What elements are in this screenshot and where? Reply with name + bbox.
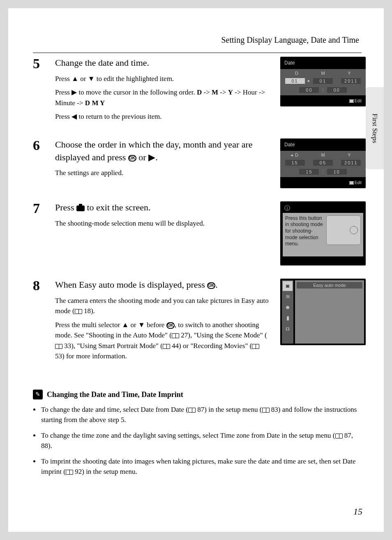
book-icon: [66, 470, 73, 475]
book-icon: [75, 309, 82, 314]
step-number: 8: [33, 279, 47, 365]
ok-icon: OK: [128, 155, 136, 162]
lcd-mode-menu: ◙ ≋ ☻ ▮ ◘ Easy auto mode: [280, 279, 366, 345]
note-pencil-icon: ✎: [33, 390, 43, 399]
step-5-title: Change the date and time.: [55, 57, 270, 69]
note-bullet-1: To change the date and time, select Date…: [40, 404, 366, 425]
down-icon: ▼: [138, 321, 145, 329]
step-5-line3: Press ◀ to return to the previous item.: [55, 111, 270, 122]
right-icon: ▶: [148, 152, 155, 162]
step-number: 7: [33, 201, 47, 265]
side-tab-label: First Steps: [371, 113, 379, 143]
lcd-info: ⓘ Press this button in shooting mode for…: [280, 201, 366, 265]
step-6: 6 Choose the order in which the day, mon…: [33, 138, 366, 188]
up-icon: ▲: [122, 321, 129, 329]
book-icon: [262, 408, 270, 413]
step-6-line1: The settings are applied.: [55, 168, 270, 178]
book-icon: [172, 333, 179, 338]
step-8-line1: The camera enters the shooting mode and …: [55, 295, 270, 316]
step-5: 5 Change the date and time. Press ▲ or ▼…: [33, 57, 366, 125]
book-icon: [335, 434, 343, 438]
step-8-line2: Press the multi selector ▲ or ▼ before O…: [55, 320, 270, 362]
step-6-title: Choose the order in which the day, month…: [55, 138, 270, 164]
note-title: Changing the Date and Time, Date Imprint: [47, 390, 183, 398]
right-icon: ▶: [71, 88, 77, 96]
mode-movie-icon: ▮: [283, 313, 293, 323]
step-7-line1: The shooting-mode selection menu will be…: [55, 218, 270, 229]
step-5-line2: Press ▶ to move the cursor in the follow…: [55, 87, 270, 108]
step-7-title: Press to exit the screen.: [55, 201, 270, 214]
step-number: 6: [33, 138, 47, 188]
up-icon: ▲: [71, 75, 78, 83]
step-7: 7 Press to exit the screen. The shooting…: [33, 201, 366, 265]
lcd-info-text: Press this button in shooting mode for s…: [285, 215, 325, 247]
page-number: 15: [353, 506, 362, 517]
book-icon: [188, 408, 196, 413]
step-5-line1: Press ▲ or ▼ to edit the highlighted ite…: [55, 74, 270, 84]
camera-illustration: [326, 215, 361, 245]
book-icon: [163, 344, 170, 349]
mode-label: Easy auto mode: [297, 282, 362, 288]
book-icon: [252, 344, 259, 349]
lcd-date-1: Date DMY 01▸012011 00:00 Edit: [280, 57, 366, 106]
down-icon: ▼: [88, 75, 95, 83]
lcd-date-2: Date ◂DMY 15052011 15:10 Edit: [280, 138, 366, 188]
edit-icon: [349, 181, 354, 185]
book-icon: [55, 344, 62, 349]
side-tab: First Steps: [366, 87, 384, 169]
info-icon: ⓘ: [283, 204, 363, 213]
left-icon: ◀: [71, 113, 77, 120]
mode-smart-portrait-icon: ☻: [283, 302, 293, 312]
note-bullet-3: To imprint the shooting date into images…: [40, 456, 366, 477]
mode-easy-auto-icon: ◙: [283, 281, 293, 291]
page-header: Setting Display Language, Date and Time: [221, 35, 359, 45]
mode-auto-icon: ◘: [283, 324, 293, 334]
step-8-title: When Easy auto mode is displayed, press …: [55, 279, 270, 291]
step-8: 8 When Easy auto mode is displayed, pres…: [33, 279, 366, 365]
step-number: 5: [33, 57, 47, 125]
ok-icon: OK: [207, 282, 215, 289]
note-bullet-2: To change the time zone and the daylight…: [40, 430, 366, 451]
edit-icon: [349, 99, 354, 103]
note-section: ✎ Changing the Date and Time, Date Impri…: [33, 390, 366, 477]
ok-icon: OK: [166, 322, 175, 329]
mode-scene-icon: ≋: [283, 292, 293, 302]
camera-icon: [76, 205, 85, 211]
